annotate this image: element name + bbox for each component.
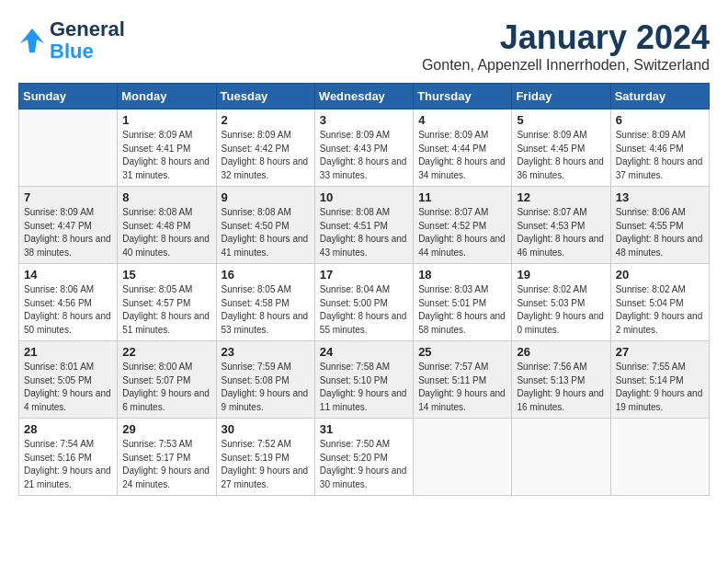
day-info: Sunrise: 7:58 AM Sunset: 5:10 PM Dayligh… — [320, 361, 408, 414]
calendar-table: SundayMondayTuesdayWednesdayThursdayFrid… — [18, 83, 710, 496]
calendar-week-row: 14Sunrise: 8:06 AM Sunset: 4:56 PM Dayli… — [19, 264, 710, 341]
day-info: Sunrise: 8:05 AM Sunset: 4:58 PM Dayligh… — [222, 283, 310, 337]
calendar-cell: 5Sunrise: 8:09 AM Sunset: 4:45 PM Daylig… — [512, 109, 610, 187]
day-number: 10 — [320, 190, 408, 204]
calendar-cell: 24Sunrise: 7:58 AM Sunset: 5:10 PM Dayli… — [314, 341, 413, 419]
calendar-cell: 11Sunrise: 8:07 AM Sunset: 4:52 PM Dayli… — [414, 187, 512, 264]
calendar-cell: 8Sunrise: 8:08 AM Sunset: 4:48 PM Daylig… — [118, 187, 216, 264]
day-info: Sunrise: 8:09 AM Sunset: 4:44 PM Dayligh… — [418, 129, 506, 182]
day-number: 17 — [320, 268, 408, 282]
day-info: Sunrise: 8:07 AM Sunset: 4:52 PM Dayligh… — [418, 206, 506, 259]
calendar-cell: 9Sunrise: 8:08 AM Sunset: 4:50 PM Daylig… — [216, 187, 314, 264]
day-info: Sunrise: 8:09 AM Sunset: 4:46 PM Dayligh… — [616, 129, 704, 182]
calendar-cell: 16Sunrise: 8:05 AM Sunset: 4:58 PM Dayli… — [216, 264, 314, 341]
day-number: 3 — [320, 113, 408, 127]
day-number: 22 — [122, 345, 210, 359]
day-number: 29 — [122, 422, 210, 436]
calendar-week-row: 28Sunrise: 7:54 AM Sunset: 5:16 PM Dayli… — [19, 419, 710, 496]
calendar-cell: 23Sunrise: 7:59 AM Sunset: 5:08 PM Dayli… — [216, 341, 314, 419]
weekday-header-friday: Friday — [512, 84, 610, 109]
day-info: Sunrise: 7:53 AM Sunset: 5:17 PM Dayligh… — [122, 438, 210, 491]
svg-marker-0 — [20, 29, 44, 52]
day-info: Sunrise: 8:02 AM Sunset: 5:03 PM Dayligh… — [517, 283, 605, 337]
day-info: Sunrise: 8:06 AM Sunset: 4:56 PM Dayligh… — [24, 283, 112, 337]
calendar-cell: 28Sunrise: 7:54 AM Sunset: 5:16 PM Dayli… — [19, 419, 118, 496]
day-info: Sunrise: 8:04 AM Sunset: 5:00 PM Dayligh… — [320, 283, 408, 337]
calendar-week-row: 7Sunrise: 8:09 AM Sunset: 4:47 PM Daylig… — [19, 187, 710, 264]
day-number: 28 — [24, 422, 112, 436]
day-info: Sunrise: 7:55 AM Sunset: 5:14 PM Dayligh… — [616, 361, 704, 414]
day-number: 18 — [418, 268, 506, 282]
calendar-cell: 14Sunrise: 8:06 AM Sunset: 4:56 PM Dayli… — [19, 264, 118, 341]
day-info: Sunrise: 7:52 AM Sunset: 5:19 PM Dayligh… — [222, 438, 310, 491]
day-info: Sunrise: 8:09 AM Sunset: 4:41 PM Dayligh… — [122, 129, 210, 182]
calendar-week-row: 21Sunrise: 8:01 AM Sunset: 5:05 PM Dayli… — [19, 341, 710, 419]
day-info: Sunrise: 8:06 AM Sunset: 4:55 PM Dayligh… — [616, 206, 704, 259]
day-info: Sunrise: 8:09 AM Sunset: 4:45 PM Dayligh… — [517, 129, 605, 182]
calendar-cell: 21Sunrise: 8:01 AM Sunset: 5:05 PM Dayli… — [19, 341, 118, 419]
calendar-cell: 30Sunrise: 7:52 AM Sunset: 5:19 PM Dayli… — [216, 419, 314, 496]
day-info: Sunrise: 8:05 AM Sunset: 4:57 PM Dayligh… — [122, 283, 210, 337]
calendar-cell: 12Sunrise: 8:07 AM Sunset: 4:53 PM Dayli… — [512, 187, 610, 264]
day-number: 4 — [418, 113, 506, 127]
day-info: Sunrise: 8:09 AM Sunset: 4:47 PM Dayligh… — [24, 206, 112, 259]
calendar-week-row: 1Sunrise: 8:09 AM Sunset: 4:41 PM Daylig… — [19, 109, 710, 187]
calendar-cell: 2Sunrise: 8:09 AM Sunset: 4:42 PM Daylig… — [216, 109, 314, 187]
calendar-cell: 10Sunrise: 8:08 AM Sunset: 4:51 PM Dayli… — [314, 187, 413, 264]
day-number: 6 — [616, 113, 704, 127]
calendar-cell: 18Sunrise: 8:03 AM Sunset: 5:01 PM Dayli… — [414, 264, 512, 341]
day-info: Sunrise: 8:08 AM Sunset: 4:48 PM Dayligh… — [122, 206, 210, 259]
day-number: 24 — [320, 345, 408, 359]
day-info: Sunrise: 8:09 AM Sunset: 4:42 PM Dayligh… — [222, 129, 310, 182]
day-number: 11 — [418, 190, 506, 204]
calendar-cell — [414, 419, 512, 496]
weekday-header-saturday: Saturday — [610, 84, 709, 109]
day-info: Sunrise: 8:02 AM Sunset: 5:04 PM Dayligh… — [616, 283, 704, 337]
day-number: 19 — [517, 268, 605, 282]
calendar-title: January 2024 — [422, 18, 710, 57]
calendar-cell: 3Sunrise: 8:09 AM Sunset: 4:43 PM Daylig… — [314, 109, 413, 187]
day-number: 30 — [222, 422, 310, 436]
day-number: 5 — [517, 113, 605, 127]
day-number: 2 — [222, 113, 310, 127]
calendar-cell: 1Sunrise: 8:09 AM Sunset: 4:41 PM Daylig… — [118, 109, 216, 187]
logo-icon — [18, 27, 46, 54]
day-info: Sunrise: 8:08 AM Sunset: 4:51 PM Dayligh… — [320, 206, 408, 259]
title-block: January 2024 Gonten, Appenzell Innerrhod… — [422, 18, 710, 74]
calendar-cell — [19, 109, 118, 187]
weekday-header-monday: Monday — [118, 84, 216, 109]
day-number: 23 — [222, 345, 310, 359]
day-info: Sunrise: 8:01 AM Sunset: 5:05 PM Dayligh… — [24, 361, 112, 414]
day-number: 12 — [517, 190, 605, 204]
day-number: 15 — [122, 268, 210, 282]
calendar-header-row: SundayMondayTuesdayWednesdayThursdayFrid… — [19, 84, 710, 109]
calendar-cell: 17Sunrise: 8:04 AM Sunset: 5:00 PM Dayli… — [314, 264, 413, 341]
calendar-cell: 6Sunrise: 8:09 AM Sunset: 4:46 PM Daylig… — [610, 109, 709, 187]
day-info: Sunrise: 8:07 AM Sunset: 4:53 PM Dayligh… — [517, 206, 605, 259]
day-number: 20 — [616, 268, 704, 282]
calendar-cell — [610, 419, 709, 496]
calendar-subtitle: Gonten, Appenzell Innerrhoden, Switzerla… — [422, 57, 710, 74]
calendar-cell: 15Sunrise: 8:05 AM Sunset: 4:57 PM Dayli… — [118, 264, 216, 341]
day-info: Sunrise: 7:57 AM Sunset: 5:11 PM Dayligh… — [418, 361, 506, 414]
calendar-cell: 7Sunrise: 8:09 AM Sunset: 4:47 PM Daylig… — [19, 187, 118, 264]
day-number: 27 — [616, 345, 704, 359]
calendar-cell: 13Sunrise: 8:06 AM Sunset: 4:55 PM Dayli… — [610, 187, 709, 264]
calendar-cell — [512, 419, 610, 496]
weekday-header-thursday: Thursday — [414, 84, 512, 109]
day-info: Sunrise: 8:08 AM Sunset: 4:50 PM Dayligh… — [222, 206, 310, 259]
weekday-header-tuesday: Tuesday — [216, 84, 314, 109]
day-info: Sunrise: 7:54 AM Sunset: 5:16 PM Dayligh… — [24, 438, 112, 491]
calendar-cell: 20Sunrise: 8:02 AM Sunset: 5:04 PM Dayli… — [610, 264, 709, 341]
day-number: 9 — [222, 190, 310, 204]
day-number: 8 — [122, 190, 210, 204]
day-info: Sunrise: 7:56 AM Sunset: 5:13 PM Dayligh… — [517, 361, 605, 414]
day-number: 25 — [418, 345, 506, 359]
logo: General Blue — [18, 18, 125, 63]
calendar-cell: 19Sunrise: 8:02 AM Sunset: 5:03 PM Dayli… — [512, 264, 610, 341]
day-number: 13 — [616, 190, 704, 204]
day-info: Sunrise: 8:03 AM Sunset: 5:01 PM Dayligh… — [418, 283, 506, 337]
weekday-header-wednesday: Wednesday — [314, 84, 413, 109]
logo-text-blue: Blue — [50, 40, 125, 63]
day-info: Sunrise: 8:09 AM Sunset: 4:43 PM Dayligh… — [320, 129, 408, 182]
